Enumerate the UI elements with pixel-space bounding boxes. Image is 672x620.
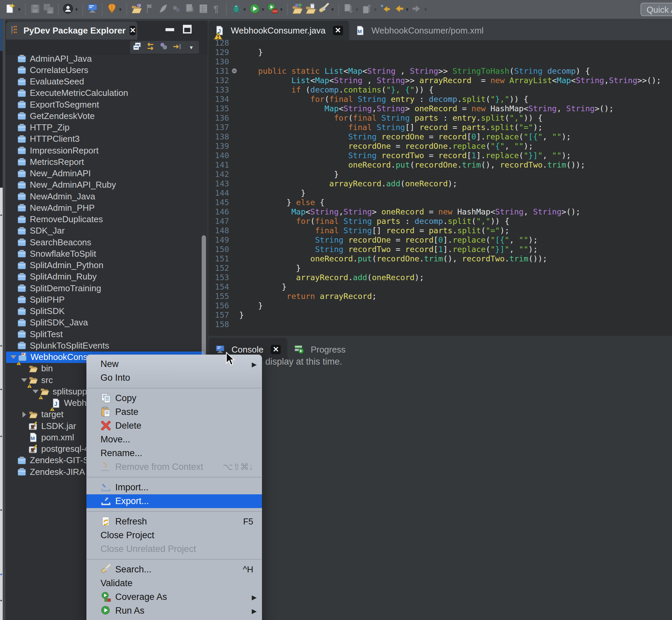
- dropdown-caret-icon[interactable]: ▼: [373, 7, 378, 12]
- pin-button: [144, 3, 156, 16]
- maximize-icon[interactable]: [183, 25, 191, 34]
- tree-item-splitadmin-ruby[interactable]: SplitAdmin_Ruby: [5, 271, 208, 282]
- tree-item-metricsreport[interactable]: MetricsReport: [5, 156, 208, 167]
- menu-item-close-project[interactable]: Close Project: [87, 528, 262, 542]
- tree-item-new-adminapi-ruby[interactable]: New_AdminAPI_Ruby: [5, 179, 208, 191]
- menu-item-go-into[interactable]: Go Into: [87, 371, 262, 385]
- submenu-arrow-icon: ▶: [251, 361, 257, 368]
- menu-item-refresh[interactable]: RefreshF5: [87, 515, 262, 528]
- menu-item-move-[interactable]: Move...: [87, 433, 262, 447]
- dropdown-caret-icon[interactable]: ▼: [424, 7, 428, 12]
- tab-webhookconsumer-pom-xml[interactable]: MWebhookConsumer/pom.xml: [349, 21, 490, 40]
- dropdown-caret-icon[interactable]: ▼: [405, 7, 409, 12]
- tree-item-splunktosplitevents[interactable]: SplunkToSplitEvents: [5, 340, 208, 351]
- menu-item-delete[interactable]: Delete: [87, 419, 262, 433]
- tree-item-splitsdk[interactable]: SplitSDK: [5, 306, 208, 317]
- tree-item-splitdemotraining[interactable]: SplitDemoTraining: [5, 282, 208, 294]
- jar-file-icon: [28, 421, 38, 431]
- menu-item-run-as[interactable]: Run As▶: [87, 604, 262, 618]
- folder-clipboard-button[interactable]: [305, 3, 316, 16]
- tree-item-new-adminapi[interactable]: New_AdminAPI: [5, 168, 208, 179]
- line-number: 132: [208, 76, 231, 85]
- folder-open-icon: [28, 410, 38, 420]
- collapse-all-icon[interactable]: [132, 42, 142, 53]
- tree-item-splitadmin-python[interactable]: SplitAdmin_Python: [5, 260, 208, 271]
- chevron-right-icon[interactable]: [20, 412, 28, 418]
- menu-item-search-[interactable]: Search...^H: [87, 563, 262, 576]
- tree-item-http-zip[interactable]: HTTP_Zip: [5, 122, 208, 134]
- dropdown-caret-icon[interactable]: ▼: [118, 7, 123, 12]
- dropdown-caret-icon[interactable]: ▼: [261, 7, 265, 12]
- tree-item-adminapi-java[interactable]: AdminAPI_Java: [5, 53, 208, 64]
- console-view-button[interactable]: [87, 3, 98, 16]
- focus-view-icon[interactable]: [172, 42, 182, 53]
- tree-item-label: New_AdminAPI_Ruby: [30, 179, 116, 190]
- tree-item-getzendeskvote[interactable]: GetZendeskVote: [5, 110, 208, 122]
- menu-item-coverage-as[interactable]: Coverage As▶: [87, 590, 262, 604]
- menu-item-validate[interactable]: Validate: [87, 576, 262, 590]
- open-task-folder-button[interactable]: [131, 3, 142, 16]
- run-external-button[interactable]: ▼: [267, 3, 283, 16]
- checkstyle-button[interactable]: ▼: [106, 3, 123, 16]
- dropdown-caret-icon[interactable]: ▼: [279, 7, 283, 12]
- dropdown-caret-icon[interactable]: ▼: [355, 7, 359, 12]
- search-flashlight-button[interactable]: ▼: [318, 3, 335, 16]
- line-number: 130: [208, 57, 231, 66]
- dropdown-caret-icon[interactable]: ▼: [17, 7, 21, 12]
- tree-item-label: SDK_Jar: [30, 225, 65, 236]
- code-line: 131− public static List<Map<String , Str…: [208, 66, 672, 76]
- tree-item-httpclient3[interactable]: HTTPClient3: [5, 134, 208, 145]
- quick-access-box[interactable]: Quick A: [640, 3, 672, 16]
- dropdown-caret-icon[interactable]: ▼: [330, 7, 335, 12]
- view-menu-chevron[interactable]: ▼: [185, 45, 197, 50]
- tree-item-label: SplitSDK: [30, 306, 65, 316]
- tab-webhookconsumer-java[interactable]: JWebhookConsumer.java✕: [208, 21, 349, 40]
- tree-item-newadmin-php[interactable]: NewAdmin_PHP: [5, 202, 208, 213]
- code-line: 138 String recordOne = record[0].replace…: [208, 132, 672, 142]
- menu-item-rename-[interactable]: Rename...: [87, 447, 262, 460]
- folder-balls-button[interactable]: [291, 3, 303, 16]
- tree-item-splitphp[interactable]: SplitPHP: [5, 294, 208, 305]
- tree-item-newadmin-java[interactable]: NewAdmin_Java: [5, 191, 208, 202]
- tree-item-executemetriccalculation[interactable]: ExecuteMetricCalculation: [5, 88, 208, 99]
- back-arrow-button[interactable]: ▼: [393, 3, 409, 16]
- user-profile-button[interactable]: ▼: [62, 3, 79, 16]
- code-editor[interactable]: 128129 }130131− public static List<Map<S…: [208, 38, 672, 336]
- back-snowflake-button[interactable]: [380, 3, 391, 16]
- close-explorer-icon[interactable]: ✕: [130, 26, 136, 35]
- menu-item-copy[interactable]: Copy: [87, 392, 262, 405]
- line-number: 149: [208, 235, 231, 245]
- tree-item-snowflaketosplit[interactable]: SnowflakeToSplit: [5, 248, 208, 259]
- close-tab-icon[interactable]: ✕: [333, 26, 343, 35]
- close-tab-icon[interactable]: ✕: [271, 345, 281, 354]
- code-line: 133 if (decomp.contains("}, {")) {: [208, 85, 672, 95]
- tree-item-impressionreport[interactable]: ImpressionReport: [5, 145, 208, 156]
- view-orb-icon[interactable]: [159, 42, 169, 53]
- tree-item-searchbeacons[interactable]: SearchBeacons: [5, 237, 208, 248]
- link-with-editor-icon[interactable]: [146, 42, 156, 53]
- run-green-button[interactable]: ▼: [249, 3, 265, 16]
- tree-item-splitsdk-java[interactable]: SplitSDK_Java: [5, 317, 208, 328]
- tree-item-label: NewAdmin_PHP: [30, 203, 95, 213]
- fold-gutter: [231, 292, 239, 301]
- dropdown-caret-icon[interactable]: ▼: [242, 7, 247, 12]
- tree-item-sdk-jar[interactable]: SDK_Jar: [5, 225, 208, 237]
- new-wizard-button[interactable]: ▼: [5, 3, 21, 16]
- tree-item-removeduplicates[interactable]: RemoveDuplicates: [5, 214, 208, 225]
- menu-item-import-[interactable]: Import...: [87, 480, 262, 494]
- debug-bug-button[interactable]: ▼: [230, 3, 247, 16]
- menu-item-paste[interactable]: Paste: [87, 405, 262, 419]
- tree-item-correlateusers[interactable]: CorrelateUsers: [5, 64, 208, 76]
- fold-marker-icon[interactable]: −: [231, 66, 239, 76]
- line-number: 134: [208, 95, 231, 104]
- minimize-icon[interactable]: [166, 28, 174, 31]
- import-icon: [101, 482, 112, 493]
- tree-item-splittest[interactable]: SplitTest: [5, 328, 208, 340]
- tree-item-evaluateseed[interactable]: EvaluateSeed: [5, 76, 208, 88]
- code-line: 156 }: [208, 301, 672, 310]
- tab-pydev-package-explorer[interactable]: PyDev Package Explorer ✕: [6, 21, 137, 40]
- dropdown-caret-icon[interactable]: ▼: [74, 7, 79, 12]
- tree-item-exporttosegment[interactable]: ExportToSegment: [5, 99, 208, 110]
- tree-item-label: SplitAdmin_Ruby: [30, 271, 97, 282]
- menu-item-export-[interactable]: Export...: [87, 494, 262, 508]
